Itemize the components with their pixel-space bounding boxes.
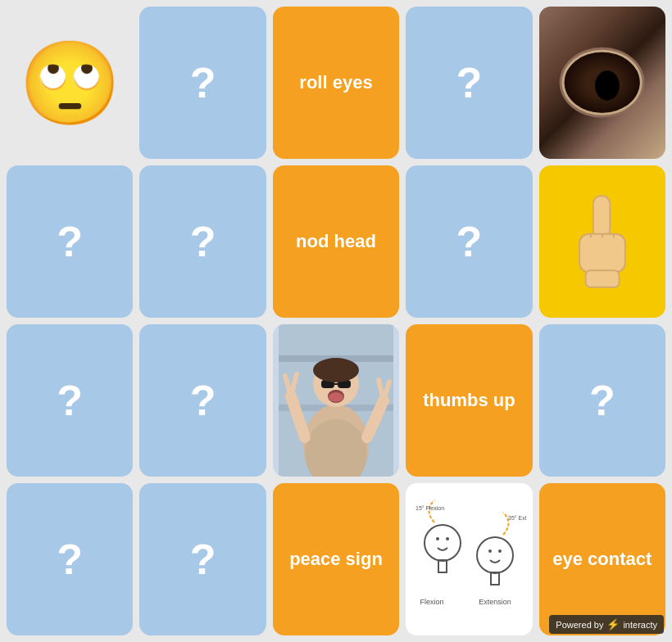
powered-by-badge: Powered by ⚡ interacty (549, 615, 664, 634)
card-label-peace-sign: peace sign (283, 541, 389, 578)
question-mark: ? (57, 538, 83, 581)
person-peace-svg (279, 324, 393, 477)
svg-point-17 (313, 358, 359, 382)
card-label-thumbs-up: thumbs up (416, 382, 521, 419)
card-question-1-0[interactable]: ? (7, 165, 133, 318)
brand-name: interacty (623, 620, 657, 630)
card-nod-head[interactable]: nod head (273, 165, 399, 318)
card-roll-eyes[interactable]: roll eyes (273, 7, 399, 159)
svg-point-31 (488, 549, 492, 553)
card-thumbs-up-text[interactable]: thumbs up (406, 324, 532, 477)
card-eye-contact[interactable]: eye contact (539, 483, 665, 635)
question-mark: ? (190, 538, 216, 581)
svg-rect-1 (579, 234, 625, 272)
interacty-logo-icon: ⚡ (606, 618, 620, 631)
card-eye-image[interactable] (539, 7, 665, 159)
card-nod-diagram[interactable]: 15° Flexion 35° Extension Flexion Extens… (406, 483, 532, 635)
powered-by-text: Powered by (556, 620, 603, 630)
card-question-3-0[interactable]: ? (7, 483, 133, 635)
card-question-0-3[interactable]: ? (406, 7, 532, 159)
card-label-nod-head: nod head (289, 224, 383, 260)
question-mark: ? (190, 220, 216, 263)
card-question-2-1[interactable]: ? (139, 324, 266, 477)
card-label-eye-contact: eye contact (546, 541, 658, 578)
svg-point-32 (498, 549, 502, 553)
card-question-2-4[interactable]: ? (539, 324, 665, 477)
card-person-peace-image[interactable] (273, 324, 399, 477)
question-mark: ? (57, 220, 83, 263)
question-mark: ? (190, 61, 216, 104)
card-question-1-3[interactable]: ? (406, 165, 532, 318)
card-peace-sign[interactable]: peace sign (273, 483, 399, 635)
card-grid: 🙄 ? roll eyes ? ? ? nod head ? (0, 0, 672, 642)
svg-text:15° Flexion: 15° Flexion (415, 505, 444, 511)
thumbs-up-svg (561, 188, 643, 295)
question-mark: ? (456, 61, 483, 104)
card-question-2-0[interactable]: ? (7, 324, 133, 477)
question-mark: ? (190, 379, 216, 422)
svg-rect-5 (585, 270, 619, 287)
svg-text:Extension: Extension (479, 598, 512, 606)
svg-rect-0 (593, 196, 610, 237)
svg-point-27 (446, 537, 449, 540)
card-label-roll-eyes: roll eyes (293, 65, 379, 102)
question-mark: ? (57, 379, 83, 422)
emoji-eyeroll: 🙄 (19, 42, 121, 124)
card-question-0-1[interactable]: ? (139, 7, 266, 159)
card-question-1-1[interactable]: ? (139, 165, 266, 318)
svg-text:35° Extension: 35° Extension (508, 515, 526, 521)
card-emoji[interactable]: 🙄 (7, 7, 133, 159)
card-thumbs-illustration[interactable] (539, 165, 665, 318)
svg-point-26 (436, 537, 439, 540)
question-mark: ? (589, 379, 615, 422)
svg-point-16 (329, 392, 343, 402)
question-mark: ? (456, 220, 483, 263)
svg-text:Flexion: Flexion (420, 598, 444, 606)
card-question-3-1[interactable]: ? (139, 483, 266, 635)
nod-diagram-svg: 15° Flexion 35° Extension Flexion Extens… (411, 486, 526, 633)
